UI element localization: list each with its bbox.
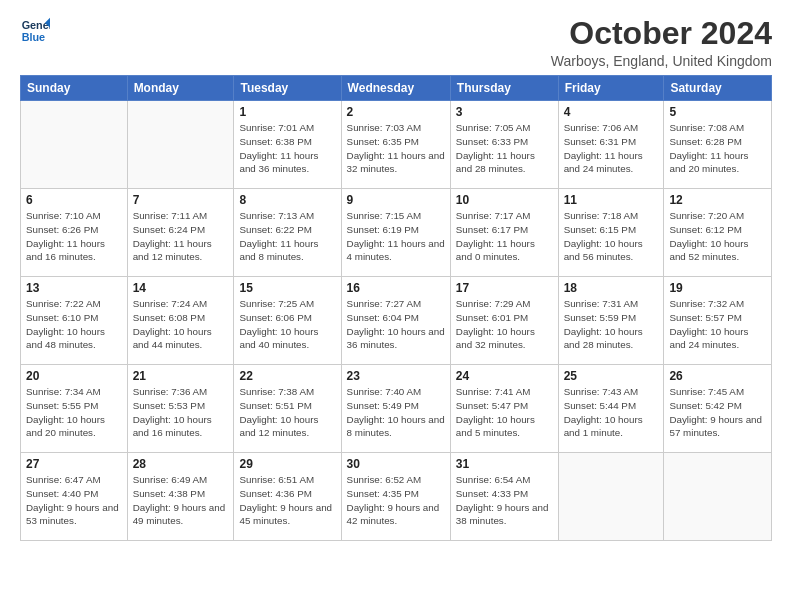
day-number: 5: [669, 105, 766, 119]
day-info: Sunrise: 7:40 AM Sunset: 5:49 PM Dayligh…: [347, 385, 445, 440]
table-cell: 21Sunrise: 7:36 AM Sunset: 5:53 PM Dayli…: [127, 365, 234, 453]
day-number: 16: [347, 281, 445, 295]
week-row-4: 20Sunrise: 7:34 AM Sunset: 5:55 PM Dayli…: [21, 365, 772, 453]
table-cell: 28Sunrise: 6:49 AM Sunset: 4:38 PM Dayli…: [127, 453, 234, 541]
day-info: Sunrise: 7:10 AM Sunset: 6:26 PM Dayligh…: [26, 209, 122, 264]
day-number: 21: [133, 369, 229, 383]
day-number: 29: [239, 457, 335, 471]
day-number: 7: [133, 193, 229, 207]
day-info: Sunrise: 7:13 AM Sunset: 6:22 PM Dayligh…: [239, 209, 335, 264]
day-info: Sunrise: 7:11 AM Sunset: 6:24 PM Dayligh…: [133, 209, 229, 264]
day-info: Sunrise: 6:54 AM Sunset: 4:33 PM Dayligh…: [456, 473, 553, 528]
location: Warboys, England, United Kingdom: [551, 53, 772, 69]
month-title: October 2024: [551, 16, 772, 51]
day-number: 10: [456, 193, 553, 207]
table-cell: 16Sunrise: 7:27 AM Sunset: 6:04 PM Dayli…: [341, 277, 450, 365]
day-number: 9: [347, 193, 445, 207]
day-info: Sunrise: 7:34 AM Sunset: 5:55 PM Dayligh…: [26, 385, 122, 440]
svg-text:Blue: Blue: [22, 31, 45, 43]
table-cell: 2Sunrise: 7:03 AM Sunset: 6:35 PM Daylig…: [341, 101, 450, 189]
day-number: 11: [564, 193, 659, 207]
day-info: Sunrise: 7:36 AM Sunset: 5:53 PM Dayligh…: [133, 385, 229, 440]
table-cell: 17Sunrise: 7:29 AM Sunset: 6:01 PM Dayli…: [450, 277, 558, 365]
day-info: Sunrise: 7:38 AM Sunset: 5:51 PM Dayligh…: [239, 385, 335, 440]
day-number: 25: [564, 369, 659, 383]
day-info: Sunrise: 7:17 AM Sunset: 6:17 PM Dayligh…: [456, 209, 553, 264]
table-cell: 29Sunrise: 6:51 AM Sunset: 4:36 PM Dayli…: [234, 453, 341, 541]
table-cell: 31Sunrise: 6:54 AM Sunset: 4:33 PM Dayli…: [450, 453, 558, 541]
col-friday: Friday: [558, 76, 664, 101]
table-cell: 18Sunrise: 7:31 AM Sunset: 5:59 PM Dayli…: [558, 277, 664, 365]
table-cell: 5Sunrise: 7:08 AM Sunset: 6:28 PM Daylig…: [664, 101, 772, 189]
week-row-3: 13Sunrise: 7:22 AM Sunset: 6:10 PM Dayli…: [21, 277, 772, 365]
week-row-5: 27Sunrise: 6:47 AM Sunset: 4:40 PM Dayli…: [21, 453, 772, 541]
table-cell: 23Sunrise: 7:40 AM Sunset: 5:49 PM Dayli…: [341, 365, 450, 453]
day-info: Sunrise: 6:49 AM Sunset: 4:38 PM Dayligh…: [133, 473, 229, 528]
calendar-table: Sunday Monday Tuesday Wednesday Thursday…: [20, 75, 772, 541]
day-info: Sunrise: 7:24 AM Sunset: 6:08 PM Dayligh…: [133, 297, 229, 352]
table-cell: 30Sunrise: 6:52 AM Sunset: 4:35 PM Dayli…: [341, 453, 450, 541]
day-info: Sunrise: 7:05 AM Sunset: 6:33 PM Dayligh…: [456, 121, 553, 176]
table-cell: 1Sunrise: 7:01 AM Sunset: 6:38 PM Daylig…: [234, 101, 341, 189]
table-cell: 12Sunrise: 7:20 AM Sunset: 6:12 PM Dayli…: [664, 189, 772, 277]
col-thursday: Thursday: [450, 76, 558, 101]
day-number: 14: [133, 281, 229, 295]
day-number: 17: [456, 281, 553, 295]
table-cell: 27Sunrise: 6:47 AM Sunset: 4:40 PM Dayli…: [21, 453, 128, 541]
day-info: Sunrise: 7:08 AM Sunset: 6:28 PM Dayligh…: [669, 121, 766, 176]
day-number: 20: [26, 369, 122, 383]
table-cell: 20Sunrise: 7:34 AM Sunset: 5:55 PM Dayli…: [21, 365, 128, 453]
day-number: 27: [26, 457, 122, 471]
table-cell: 4Sunrise: 7:06 AM Sunset: 6:31 PM Daylig…: [558, 101, 664, 189]
day-info: Sunrise: 7:41 AM Sunset: 5:47 PM Dayligh…: [456, 385, 553, 440]
table-cell: 24Sunrise: 7:41 AM Sunset: 5:47 PM Dayli…: [450, 365, 558, 453]
week-row-2: 6Sunrise: 7:10 AM Sunset: 6:26 PM Daylig…: [21, 189, 772, 277]
day-number: 8: [239, 193, 335, 207]
table-cell: 14Sunrise: 7:24 AM Sunset: 6:08 PM Dayli…: [127, 277, 234, 365]
day-number: 4: [564, 105, 659, 119]
day-number: 1: [239, 105, 335, 119]
day-number: 13: [26, 281, 122, 295]
table-cell: 13Sunrise: 7:22 AM Sunset: 6:10 PM Dayli…: [21, 277, 128, 365]
day-info: Sunrise: 7:01 AM Sunset: 6:38 PM Dayligh…: [239, 121, 335, 176]
week-row-1: 1Sunrise: 7:01 AM Sunset: 6:38 PM Daylig…: [21, 101, 772, 189]
day-info: Sunrise: 7:18 AM Sunset: 6:15 PM Dayligh…: [564, 209, 659, 264]
day-info: Sunrise: 7:22 AM Sunset: 6:10 PM Dayligh…: [26, 297, 122, 352]
table-cell: 25Sunrise: 7:43 AM Sunset: 5:44 PM Dayli…: [558, 365, 664, 453]
day-number: 19: [669, 281, 766, 295]
table-cell: 6Sunrise: 7:10 AM Sunset: 6:26 PM Daylig…: [21, 189, 128, 277]
day-number: 31: [456, 457, 553, 471]
day-info: Sunrise: 6:51 AM Sunset: 4:36 PM Dayligh…: [239, 473, 335, 528]
table-cell: [127, 101, 234, 189]
day-info: Sunrise: 7:29 AM Sunset: 6:01 PM Dayligh…: [456, 297, 553, 352]
table-cell: [21, 101, 128, 189]
day-number: 12: [669, 193, 766, 207]
table-cell: 9Sunrise: 7:15 AM Sunset: 6:19 PM Daylig…: [341, 189, 450, 277]
day-info: Sunrise: 6:47 AM Sunset: 4:40 PM Dayligh…: [26, 473, 122, 528]
table-cell: 26Sunrise: 7:45 AM Sunset: 5:42 PM Dayli…: [664, 365, 772, 453]
day-number: 24: [456, 369, 553, 383]
day-number: 2: [347, 105, 445, 119]
day-info: Sunrise: 6:52 AM Sunset: 4:35 PM Dayligh…: [347, 473, 445, 528]
table-cell: 22Sunrise: 7:38 AM Sunset: 5:51 PM Dayli…: [234, 365, 341, 453]
day-number: 23: [347, 369, 445, 383]
table-cell: 10Sunrise: 7:17 AM Sunset: 6:17 PM Dayli…: [450, 189, 558, 277]
day-number: 6: [26, 193, 122, 207]
day-number: 30: [347, 457, 445, 471]
day-number: 3: [456, 105, 553, 119]
table-cell: 8Sunrise: 7:13 AM Sunset: 6:22 PM Daylig…: [234, 189, 341, 277]
col-saturday: Saturday: [664, 76, 772, 101]
header-row: Sunday Monday Tuesday Wednesday Thursday…: [21, 76, 772, 101]
table-cell: 19Sunrise: 7:32 AM Sunset: 5:57 PM Dayli…: [664, 277, 772, 365]
day-info: Sunrise: 7:27 AM Sunset: 6:04 PM Dayligh…: [347, 297, 445, 352]
svg-text:General: General: [22, 19, 50, 31]
table-cell: [558, 453, 664, 541]
day-number: 18: [564, 281, 659, 295]
col-wednesday: Wednesday: [341, 76, 450, 101]
day-info: Sunrise: 7:03 AM Sunset: 6:35 PM Dayligh…: [347, 121, 445, 176]
table-cell: [664, 453, 772, 541]
logo-icon: General Blue: [20, 16, 50, 46]
day-number: 28: [133, 457, 229, 471]
day-info: Sunrise: 7:32 AM Sunset: 5:57 PM Dayligh…: [669, 297, 766, 352]
col-monday: Monday: [127, 76, 234, 101]
